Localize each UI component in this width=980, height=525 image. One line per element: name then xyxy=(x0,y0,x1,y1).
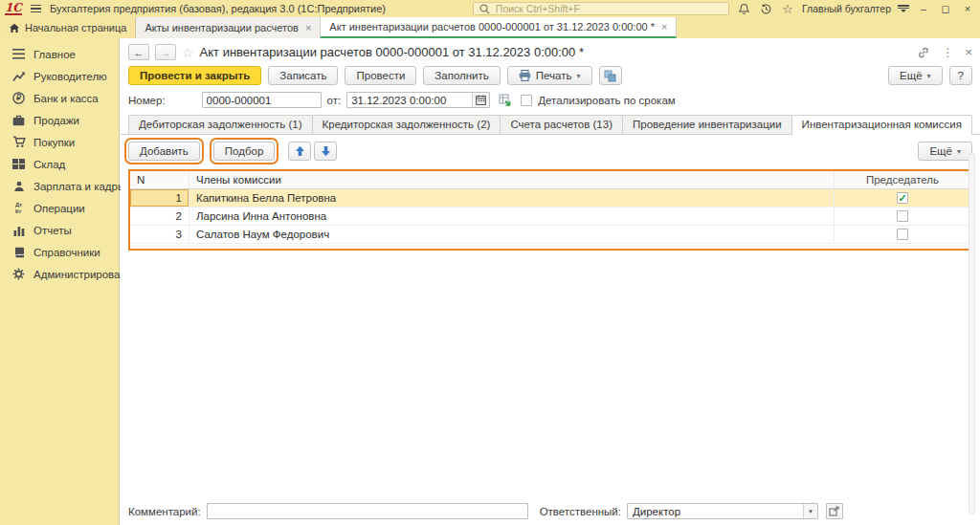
vertical-scrollbar[interactable] xyxy=(969,153,975,514)
svg-text:₽: ₽ xyxy=(16,93,21,102)
close-document-icon[interactable]: × xyxy=(965,45,972,59)
column-header-n[interactable]: N xyxy=(130,171,189,188)
more-button[interactable]: Ещё ▾ xyxy=(888,66,943,85)
row-number-cell[interactable]: 2 xyxy=(130,208,189,225)
table-body: 1 Капиткина Белла Петровна 2 Ларсина Инн… xyxy=(130,189,970,244)
detail-by-terms-checkbox[interactable] xyxy=(521,95,532,106)
sidebar-item-purchases[interactable]: Покупки xyxy=(0,131,119,153)
chairman-cell xyxy=(835,208,970,225)
sidebar-item-administration[interactable]: Администрирование xyxy=(0,263,119,285)
pick-button[interactable]: Подбор xyxy=(213,142,276,161)
tab-accounts[interactable]: Счета расчетов (13) xyxy=(500,115,623,134)
chairman-checkbox[interactable] xyxy=(897,229,908,240)
forward-button[interactable]: → xyxy=(155,44,176,60)
table-more-label: Ещё xyxy=(929,145,952,157)
table-row[interactable]: 1 Капиткина Белла Петровна xyxy=(130,189,970,208)
tab-commission[interactable]: Инвентаризационная комиссия xyxy=(791,115,972,135)
sidebar-item-label: Зарплата и кадры xyxy=(33,181,125,192)
responsible-combo[interactable]: Директор ▾ xyxy=(627,503,818,519)
history-icon[interactable] xyxy=(758,1,773,16)
back-button[interactable]: ← xyxy=(128,44,149,60)
menu-lines-icon xyxy=(11,47,26,61)
favorite-star-icon[interactable]: ☆ xyxy=(182,45,194,60)
help-button[interactable]: ? xyxy=(949,66,972,85)
tab-receivables[interactable]: Дебиторская задолженность (1) xyxy=(128,115,313,134)
calendar-icon[interactable] xyxy=(472,93,489,107)
notifications-bell-icon[interactable] xyxy=(736,1,751,16)
sidebar-item-label: Покупки xyxy=(33,137,75,148)
sidebar-item-manager[interactable]: Руководителю xyxy=(0,65,119,87)
print-button-label: Печать xyxy=(536,70,572,81)
current-user-label[interactable]: Главный бухгалтер xyxy=(802,3,891,14)
row-number-cell[interactable]: 3 xyxy=(130,226,189,243)
post-button[interactable]: Провести xyxy=(345,66,416,85)
main-menu-icon[interactable] xyxy=(29,3,43,15)
member-name-cell[interactable]: Салатов Наум Федорович xyxy=(189,226,835,243)
sidebar-item-reports[interactable]: Отчеты xyxy=(0,219,119,241)
save-button[interactable]: Записать xyxy=(268,66,338,85)
search-input[interactable] xyxy=(496,3,724,14)
table-row[interactable]: 3 Салатов Наум Федорович xyxy=(130,226,970,244)
tab-inventory-process[interactable]: Проведение инвентаризации xyxy=(622,115,792,134)
bar-chart-icon xyxy=(11,223,26,237)
open-responsible-icon[interactable] xyxy=(826,503,843,519)
number-input[interactable] xyxy=(202,92,322,108)
tab-act-document-label: Акт инвентаризации расчетов 0000-000001 … xyxy=(329,21,655,33)
date-input[interactable] xyxy=(347,93,472,107)
close-window-button[interactable]: × xyxy=(960,2,975,15)
app-window: 1С Бухгалтерия предприятия (базовая), ре… xyxy=(0,0,980,525)
fill-by-document-icon[interactable] xyxy=(496,92,515,108)
chart-line-icon xyxy=(11,69,26,83)
sidebar-item-sales[interactable]: Продажи xyxy=(0,109,119,131)
tab-act-document[interactable]: Акт инвентаризации расчетов 0000-000001 … xyxy=(321,17,677,38)
move-up-button[interactable] xyxy=(288,142,311,161)
more-kebab-icon[interactable]: ⋮ xyxy=(942,46,953,59)
sidebar-item-label: Справочники xyxy=(33,247,100,258)
add-button[interactable]: Добавить xyxy=(128,142,200,161)
date-field xyxy=(346,92,490,108)
detail-by-terms-label: Детализировать по срокам xyxy=(538,95,675,106)
move-down-button[interactable] xyxy=(314,142,337,161)
tab-payables[interactable]: Кредиторская задолженность (2) xyxy=(312,115,501,134)
comment-input[interactable] xyxy=(207,503,528,519)
responsible-label: Ответственный: xyxy=(540,506,621,517)
maximize-button[interactable]: ◻ xyxy=(938,2,953,15)
copy-link-icon[interactable] xyxy=(917,46,930,59)
sidebar-item-directories[interactable]: Справочники xyxy=(0,241,119,263)
sidebar-item-warehouse[interactable]: Склад xyxy=(0,153,119,175)
table-row[interactable]: 2 Ларсина Инна Антоновна xyxy=(130,208,970,226)
favorites-star-icon[interactable]: ☆ xyxy=(780,1,795,16)
debit-credit-icon: ДтКт xyxy=(11,201,26,215)
chevron-down-icon[interactable]: ▾ xyxy=(803,504,817,518)
sidebar-item-label: Главное xyxy=(33,49,76,60)
document-footer: Комментарий: Ответственный: Директор ▾ xyxy=(121,502,980,520)
tab-close-icon[interactable]: × xyxy=(303,22,311,33)
sidebar-item-label: Операции xyxy=(33,203,85,214)
column-header-members[interactable]: Члены комиссии xyxy=(189,171,835,188)
table-more-button[interactable]: Ещё ▾ xyxy=(918,142,972,161)
view-settings-icon[interactable] xyxy=(898,5,909,12)
chairman-checkbox[interactable] xyxy=(897,192,908,204)
sidebar-item-main[interactable]: Главное xyxy=(0,43,119,65)
tab-home[interactable]: Начальная страница xyxy=(0,17,136,38)
commission-table: N Члены комиссии Председатель 1 Капиткин… xyxy=(128,169,972,251)
sidebar-item-operations[interactable]: ДтКт Операции xyxy=(0,197,119,219)
member-name-cell[interactable]: Ларсина Инна Антоновна xyxy=(189,208,835,225)
global-search[interactable] xyxy=(473,2,729,15)
tab-acts-list[interactable]: Акты инвентаризации расчетов × xyxy=(136,17,321,38)
number-date-row: Номер: от: Детализировать по срокам xyxy=(121,89,980,112)
sidebar-item-bank-cash[interactable]: ₽ Банк и касса xyxy=(0,87,119,109)
1c-logo: 1С xyxy=(5,2,22,15)
column-header-chairman[interactable]: Председатель xyxy=(835,171,970,188)
row-number-cell[interactable]: 1 xyxy=(130,189,189,207)
member-name-cell[interactable]: Капиткина Белла Петровна xyxy=(189,189,835,207)
minimize-button[interactable]: – xyxy=(916,2,931,15)
chairman-checkbox[interactable] xyxy=(897,210,908,222)
tab-close-icon[interactable]: × xyxy=(659,21,667,33)
post-and-close-button[interactable]: Провести и закрыть xyxy=(128,66,261,85)
fill-button[interactable]: Заполнить xyxy=(423,66,500,85)
sidebar-item-payroll-hr[interactable]: Зарплата и кадры xyxy=(0,175,119,197)
print-button[interactable]: Печать ▾ xyxy=(507,66,592,85)
arrow-down-icon xyxy=(321,145,331,157)
related-documents-button[interactable] xyxy=(599,66,622,85)
